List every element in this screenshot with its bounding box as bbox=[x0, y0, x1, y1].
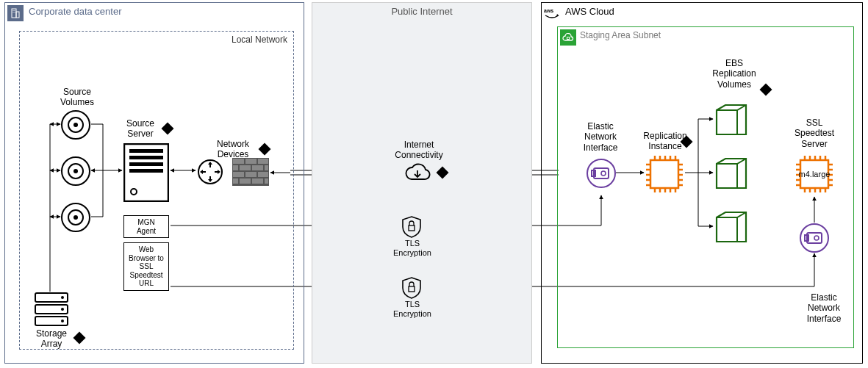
svg-rect-31 bbox=[245, 172, 257, 177]
svg-text:aws: aws bbox=[544, 8, 553, 13]
svg-rect-46 bbox=[567, 37, 570, 40]
svg-rect-28 bbox=[252, 165, 263, 170]
storage-array-label: Storage Array bbox=[29, 328, 73, 350]
tls-encryption-label: TLS Encryption bbox=[387, 239, 438, 258]
corporate-icon bbox=[7, 5, 24, 21]
svg-point-8 bbox=[73, 123, 78, 127]
storage-array-icon bbox=[35, 292, 68, 328]
svg-rect-18 bbox=[129, 162, 163, 166]
mgn-agent-box: MGN Agent bbox=[123, 215, 169, 238]
eni-label: Elastic Network Interface bbox=[801, 292, 847, 324]
ssl-server-label: SSL Speedtest Server bbox=[788, 118, 841, 149]
public-internet-title: Public Internet bbox=[312, 6, 531, 17]
svg-point-42 bbox=[61, 320, 64, 322]
svg-point-14 bbox=[73, 215, 78, 220]
svg-rect-29 bbox=[265, 165, 268, 170]
source-volumes-label: Source Volumes bbox=[51, 87, 103, 108]
svg-rect-16 bbox=[129, 149, 163, 153]
ebs-volume-icon bbox=[714, 156, 748, 192]
firewall-icon bbox=[232, 158, 269, 188]
svg-rect-19 bbox=[129, 169, 163, 173]
tls-encryption-label: TLS Encryption bbox=[387, 300, 438, 319]
svg-rect-30 bbox=[233, 172, 244, 177]
router-icon bbox=[197, 159, 223, 187]
tls-shield-icon bbox=[401, 277, 422, 301]
volume-disk-icon bbox=[60, 156, 91, 189]
server-icon bbox=[123, 143, 169, 204]
staging-area-title: Staging Area Subnet bbox=[580, 30, 661, 40]
aws-cloud-title: AWS Cloud bbox=[565, 6, 614, 17]
web-browser-box: Web Browser to SSL Speedtest URL bbox=[123, 242, 169, 291]
svg-rect-35 bbox=[252, 178, 263, 184]
svg-rect-26 bbox=[233, 165, 238, 170]
network-devices-label: Network Devices bbox=[211, 139, 255, 160]
local-network-title: Local Network bbox=[232, 35, 287, 45]
aws-icon: aws bbox=[544, 5, 560, 21]
ebs-volume-icon bbox=[714, 210, 748, 246]
tls-shield-icon bbox=[401, 216, 422, 240]
svg-rect-34 bbox=[240, 178, 251, 184]
volume-disk-icon bbox=[60, 109, 91, 142]
svg-rect-24 bbox=[245, 159, 257, 164]
ebs-volumes-label: EBS Replication Volumes bbox=[707, 58, 761, 90]
corporate-title: Corporate data center bbox=[29, 6, 121, 17]
svg-rect-27 bbox=[240, 165, 251, 170]
svg-rect-3 bbox=[15, 10, 15, 11]
svg-rect-2 bbox=[13, 10, 14, 11]
ebs-volume-icon bbox=[714, 103, 748, 139]
subnet-cloud-icon bbox=[560, 29, 576, 46]
svg-point-11 bbox=[73, 169, 78, 173]
instance-type-label: m4.large bbox=[796, 170, 833, 179]
svg-rect-36 bbox=[265, 178, 268, 184]
svg-rect-1 bbox=[16, 12, 19, 18]
eni-label: Elastic Network Interface bbox=[578, 121, 623, 153]
svg-point-41 bbox=[61, 308, 64, 311]
svg-rect-4 bbox=[13, 12, 14, 12]
svg-rect-51 bbox=[650, 160, 678, 188]
svg-rect-5 bbox=[15, 12, 15, 12]
internet-connectivity-label: Internet Connectivity bbox=[390, 140, 448, 161]
eni-icon bbox=[799, 223, 830, 256]
svg-rect-32 bbox=[258, 172, 268, 177]
svg-rect-33 bbox=[233, 178, 238, 184]
svg-rect-17 bbox=[129, 156, 163, 159]
cloud-download-icon bbox=[404, 163, 431, 186]
svg-rect-25 bbox=[258, 159, 268, 164]
svg-rect-23 bbox=[233, 159, 244, 164]
eni-icon bbox=[586, 158, 617, 191]
svg-point-40 bbox=[61, 296, 64, 299]
ec2-instance-icon bbox=[645, 154, 684, 196]
source-server-label: Source Server bbox=[119, 118, 162, 140]
svg-rect-0 bbox=[12, 9, 16, 18]
volume-disk-icon bbox=[60, 202, 91, 235]
